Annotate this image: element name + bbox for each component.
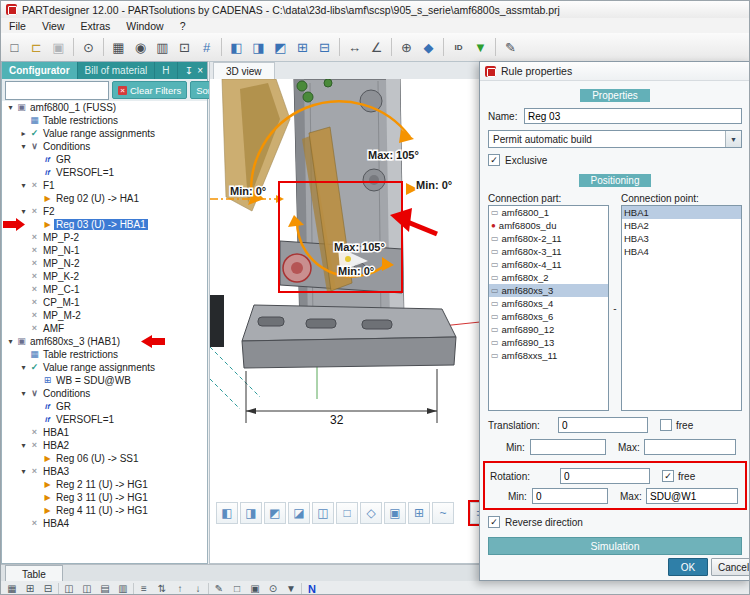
tree-item[interactable]: F1 [2,179,207,192]
menu-extras[interactable]: Extras [73,20,119,32]
save-icon[interactable]: ▣ [48,37,69,58]
name-field[interactable] [524,108,742,124]
tree-item[interactable]: MP_K-2 [2,270,207,283]
list-item[interactable]: amf6890_13 [489,336,608,349]
tree-item[interactable]: Reg 02 (U) -> HA1 [2,192,207,205]
expander-icon[interactable] [6,337,15,346]
list-view-icon[interactable]: ≡ [136,582,152,595]
screenshot-camera-icon[interactable]: ◉ [130,37,151,58]
rotation-field[interactable] [560,468,650,484]
expander-icon[interactable] [19,181,28,190]
list-item[interactable]: amf680x-4_11 [489,258,608,271]
row-delete-icon[interactable]: ▥ [115,582,131,595]
tree-item[interactable]: HBA2 [2,439,207,452]
dialog-titlebar[interactable]: Rule properties [480,62,750,81]
build-mode-dropdown[interactable]: Permit automatic build ▼ [488,130,742,148]
view-cube-right-icon[interactable]: ◪ [288,502,310,524]
list-item[interactable]: HBA3 [622,232,741,245]
list-item[interactable]: amf680xs_6 [489,310,608,323]
view-cube-left-icon[interactable]: ◩ [264,502,286,524]
tree-item[interactable]: MP_N-1 [2,244,207,257]
row-insert-icon[interactable]: ▤ [97,582,113,595]
chevron-down-icon[interactable]: ▼ [725,131,741,147]
cell-box-icon[interactable]: □ [229,582,245,595]
column-insert-icon[interactable]: ◫ [61,582,77,595]
list-item[interactable]: HBA4 [622,245,741,258]
view-back-icon[interactable]: ◨ [248,37,269,58]
search-input[interactable] [5,81,109,100]
table-grid-icon[interactable]: ▦ [4,582,20,595]
edit-pen-icon[interactable]: ✎ [500,37,521,58]
expander-icon[interactable] [19,389,28,398]
tree-item[interactable]: Reg 3 11 (U) -> HG1 [2,491,207,504]
tree-item[interactable]: VERSOFL=1 [2,166,207,179]
green-dropdown-icon[interactable]: ▼ [470,37,491,58]
list-item[interactable]: amf680x_2 [489,271,608,284]
reverse-direction-checkbox[interactable] [488,516,500,528]
grid-3d-icon[interactable]: # [196,37,217,58]
tree-item[interactable]: Value range assignments [2,361,207,374]
key-column-icon[interactable]: ▣ [247,582,263,595]
measure-angle-icon[interactable]: ∠ [366,37,387,58]
exclusive-checkbox[interactable] [488,154,500,166]
rot-max-field[interactable] [646,488,738,504]
connection-part-list[interactable]: amf6800_1 amf6800s_du amf680x-2_11 amf68… [488,205,609,411]
view-iso-icon[interactable]: ◩ [270,37,291,58]
ok-button[interactable]: OK [668,558,708,576]
tree-item[interactable]: Reg 06 (U) -> SS1 [2,452,207,465]
zoom-icon[interactable]: ⊙ [78,37,99,58]
menu-file[interactable]: File [1,20,34,32]
expander-icon[interactable] [19,441,28,450]
expander-icon[interactable] [19,207,28,216]
tab-table[interactable]: Table [5,565,63,582]
cancel-button[interactable]: Cancel [711,558,750,576]
tree-item[interactable]: F2 [2,205,207,218]
list-item[interactable]: HBA2 [622,219,741,232]
table-add-icon[interactable]: ⊞ [22,582,38,595]
expander-icon[interactable] [6,103,15,112]
tree-item[interactable]: GR [2,400,207,413]
menu-view[interactable]: View [34,20,73,32]
view-cube-iso-icon[interactable]: ◇ [360,502,382,524]
transl-max-field[interactable] [644,439,736,455]
tree-item[interactable]: MP_P-2 [2,231,207,244]
expander-icon[interactable] [19,363,28,372]
tab-bill-of-material[interactable]: Bill of material [78,62,156,79]
tree-item[interactable]: Reg 4 11 (U) -> HG1 [2,504,207,517]
tree-item[interactable]: Reg 2 11 (U) -> HG1 [2,478,207,491]
list-item[interactable]: amf680xs_4 [489,297,608,310]
expander-icon[interactable] [19,467,28,476]
tree-item[interactable]: Table restrictions [2,348,207,361]
view-fit-icon[interactable]: ⊞ [292,37,313,58]
transl-min-field[interactable] [530,439,606,455]
tree-item[interactable]: MP_M-2 [2,309,207,322]
list-item-selected[interactable]: amf680xs_3 [489,284,608,297]
tree-item[interactable]: HBA4 [2,517,207,530]
menu-help[interactable]: ? [172,20,194,32]
tree-item[interactable]: Table restrictions [2,114,207,127]
view-cube-bottom-icon[interactable]: □ [336,502,358,524]
view-section-icon[interactable]: ⊟ [314,37,335,58]
list-item[interactable]: amf680x-3_11 [489,245,608,258]
tree-item[interactable]: HBA1 [2,426,207,439]
translation-field[interactable] [558,417,648,433]
expander-icon[interactable] [19,129,28,138]
move-down-icon[interactable]: ↓ [190,582,206,595]
tree-item[interactable]: AMF [2,322,207,335]
simulation-button[interactable]: Simulation [488,537,742,555]
tree-item[interactable]: GR [2,153,207,166]
list-item[interactable]: amf680x-2_11 [489,232,608,245]
tree-item[interactable]: Value range assignments [2,127,207,140]
table-delete-icon[interactable]: ⊟ [40,582,56,595]
list-item[interactable]: amf68xxs_11 [489,349,608,362]
menu-window[interactable]: Window [118,20,171,32]
view-smooth-icon[interactable]: ~ [432,502,454,524]
tree-item[interactable]: VERSOFL=1 [2,413,207,426]
edit-cell-icon[interactable]: ✎ [211,582,227,595]
view-fit-all-icon[interactable]: ⊞ [408,502,430,524]
view-cube-dimetric-icon[interactable]: ▣ [384,502,406,524]
tab-h[interactable]: H [155,62,177,79]
part-3d-icon[interactable]: ◆ [418,37,439,58]
measure-length-icon[interactable]: ↔ [344,37,365,58]
tree-item[interactable]: MP_N-2 [2,257,207,270]
